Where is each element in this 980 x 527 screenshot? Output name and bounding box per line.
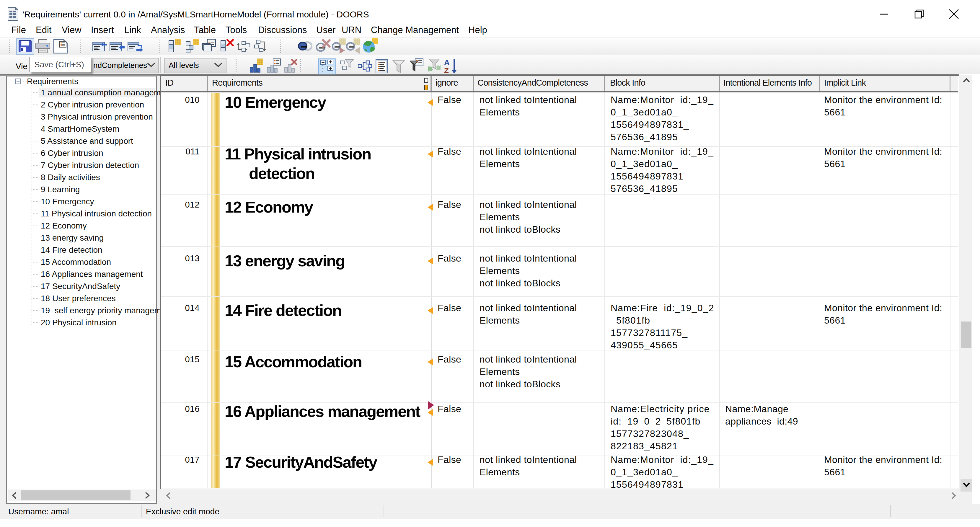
svg-text:Z: Z xyxy=(444,66,449,74)
svg-text:A: A xyxy=(444,59,450,67)
